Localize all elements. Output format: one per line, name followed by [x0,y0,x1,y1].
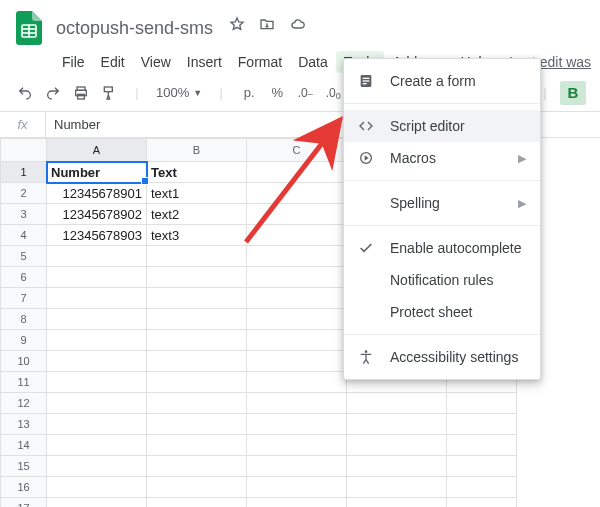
menu-item-spelling[interactable]: Spelling ▶ [344,187,540,219]
cell[interactable] [147,351,247,372]
cell[interactable] [247,288,347,309]
cell[interactable] [247,477,347,498]
increase-decimal-icon[interactable]: .00 [322,80,344,106]
menu-data[interactable]: Data [290,51,336,73]
row-header[interactable]: 16 [1,477,47,498]
cell[interactable] [47,477,147,498]
cell[interactable]: text2 [147,204,247,225]
row-header[interactable]: 11 [1,372,47,393]
row-header[interactable]: 1 [1,162,47,183]
cell-b1[interactable]: Text [147,162,247,183]
cell[interactable] [47,414,147,435]
row-header[interactable]: 17 [1,498,47,508]
paint-format-icon[interactable] [98,80,120,106]
menu-item-create-form[interactable]: Create a form [344,65,540,97]
zoom-select[interactable]: 100%▼ [154,85,204,100]
cell[interactable] [147,288,247,309]
col-header-c[interactable]: C [247,139,347,162]
row-header[interactable]: 8 [1,309,47,330]
cell[interactable] [247,246,347,267]
cell[interactable] [47,372,147,393]
menu-item-macros[interactable]: Macros ▶ [344,142,540,174]
cell[interactable] [147,435,247,456]
cell[interactable] [247,351,347,372]
bold-button[interactable]: B [560,81,586,105]
cell-a1[interactable]: Number [47,162,147,183]
cell[interactable] [47,351,147,372]
cell[interactable] [447,435,517,456]
cell[interactable] [247,183,347,204]
menu-item-script-editor[interactable]: Script editor [344,110,540,142]
row-header[interactable]: 15 [1,456,47,477]
menu-item-notification-rules[interactable]: Notification rules [344,264,540,296]
move-icon[interactable] [259,16,275,32]
cell[interactable] [47,288,147,309]
row-header[interactable]: 2 [1,183,47,204]
cell[interactable] [47,246,147,267]
menu-format[interactable]: Format [230,51,290,73]
menu-view[interactable]: View [133,51,179,73]
row-header[interactable]: 13 [1,414,47,435]
menu-item-accessibility[interactable]: Accessibility settings [344,341,540,373]
cell[interactable] [447,393,517,414]
select-all-corner[interactable] [1,139,47,162]
formula-input[interactable]: Number [46,117,100,132]
cell[interactable]: 12345678901 [47,183,147,204]
cell[interactable] [247,393,347,414]
cell[interactable] [47,267,147,288]
undo-icon[interactable] [14,80,36,106]
cell[interactable] [447,414,517,435]
row-header[interactable]: 10 [1,351,47,372]
cell[interactable] [347,456,447,477]
row-header[interactable]: 9 [1,330,47,351]
cell[interactable] [347,414,447,435]
cell[interactable] [147,246,247,267]
cell[interactable] [47,309,147,330]
cell[interactable] [47,456,147,477]
row-header[interactable]: 6 [1,267,47,288]
cell[interactable] [347,435,447,456]
menu-insert[interactable]: Insert [179,51,230,73]
cell[interactable] [247,498,347,508]
cell[interactable] [247,204,347,225]
cell[interactable] [447,498,517,508]
cell[interactable] [247,162,347,183]
cell[interactable] [247,330,347,351]
cell[interactable] [147,456,247,477]
row-header[interactable]: 12 [1,393,47,414]
cell[interactable] [47,330,147,351]
cell[interactable] [247,225,347,246]
col-header-a[interactable]: A [47,139,147,162]
row-header[interactable]: 7 [1,288,47,309]
cell[interactable] [147,414,247,435]
cell[interactable] [247,309,347,330]
row-header[interactable]: 5 [1,246,47,267]
percent-icon[interactable]: % [266,80,288,106]
cell[interactable] [147,372,247,393]
cell[interactable] [47,435,147,456]
cell[interactable] [247,372,347,393]
cell[interactable] [147,498,247,508]
decrease-decimal-icon[interactable]: .0_ [294,80,316,106]
cell[interactable] [447,477,517,498]
redo-icon[interactable] [42,80,64,106]
cell[interactable] [247,414,347,435]
cell[interactable] [47,393,147,414]
cell[interactable] [447,456,517,477]
cell[interactable] [147,393,247,414]
menu-item-autocomplete[interactable]: Enable autocomplete [344,232,540,264]
row-header[interactable]: 3 [1,204,47,225]
row-header[interactable]: 4 [1,225,47,246]
row-header[interactable]: 14 [1,435,47,456]
menu-file[interactable]: File [54,51,93,73]
cell[interactable]: 12345678903 [47,225,147,246]
cell[interactable] [347,393,447,414]
menu-item-protect-sheet[interactable]: Protect sheet [344,296,540,328]
cell[interactable]: text1 [147,183,247,204]
cell[interactable] [247,456,347,477]
cell[interactable] [247,267,347,288]
cell[interactable] [247,435,347,456]
cell[interactable] [147,477,247,498]
print-icon[interactable] [70,80,92,106]
currency-icon[interactable]: р. [238,80,260,106]
